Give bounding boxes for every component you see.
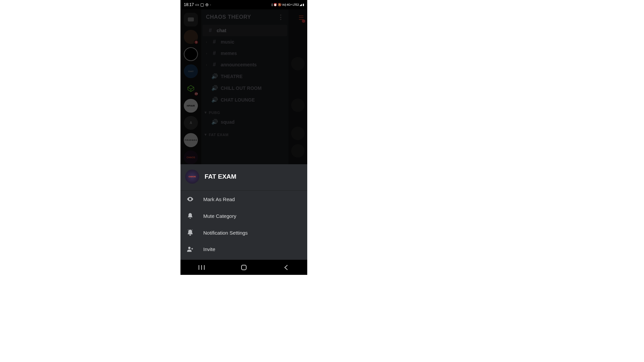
chevron-right-icon: › (206, 63, 208, 67)
voice-theatre[interactable]: 🔊 THEATRE (201, 70, 288, 82)
chevron-right-icon: › (206, 40, 208, 44)
channel-label: music (221, 39, 234, 45)
cube-icon (187, 85, 195, 92)
invite-item[interactable]: Invite (180, 241, 307, 257)
badge-2: 19 (194, 92, 199, 96)
category-pubg[interactable]: ▾ PUBG (201, 106, 288, 116)
sheet-item-label: Invite (203, 246, 215, 252)
back-button[interactable] (279, 264, 293, 270)
members-toggle[interactable]: ☰ (299, 14, 304, 21)
sheet-header: FAT EXAM (180, 164, 307, 191)
signal-icon: ◢ (300, 3, 302, 6)
sheet-server-avatar (185, 170, 199, 184)
bell-alert-icon (186, 229, 194, 236)
member-avatar[interactable] (291, 57, 305, 70)
voice-lounge[interactable]: 🔊 CHAT LOUNGE (201, 94, 288, 106)
dm-button[interactable] (184, 13, 198, 26)
chevron-right-icon: › (206, 52, 208, 55)
server-avatar-2[interactable] (184, 47, 198, 61)
channel-label: THEATRE (221, 74, 243, 79)
channel-pane: CHAOS THEORY ⋮ # chat › # music › # meme… (201, 9, 288, 164)
channel-memes[interactable]: › # memes (201, 48, 288, 59)
channel-label: CHAT LOUNGE (221, 97, 255, 103)
channel-announcements[interactable]: › # announcements (201, 59, 288, 70)
recents-button[interactable] (195, 264, 208, 270)
channel-label: chat (217, 28, 226, 33)
category-label: PUBG (209, 111, 220, 115)
notification-settings-item[interactable]: Notification Settings (180, 224, 307, 241)
mute-icon: 🔕 (278, 3, 281, 6)
dot-icon: · (210, 2, 211, 7)
channel-label: CHILL OUT ROOM (221, 85, 262, 91)
hash-icon: # (211, 39, 217, 45)
status-time: 18:17 (184, 2, 194, 7)
card-icon: ▯ (271, 3, 273, 6)
more-icon[interactable]: ⋮ (278, 13, 284, 21)
battery-icon: ▮ (303, 3, 304, 6)
message-icon: ▭ (195, 2, 199, 7)
svg-rect-0 (188, 17, 194, 21)
category-label: FAT EXAM (209, 133, 229, 137)
member-avatar[interactable] (291, 127, 305, 140)
svg-rect-3 (241, 265, 246, 270)
status-left: 18:17 ▭ ▢ ⊖ · (184, 2, 211, 7)
server-header[interactable]: CHAOS THEORY ⋮ (201, 9, 288, 25)
voice-chillout[interactable]: 🔊 CHILL OUT ROOM (201, 82, 288, 94)
hash-icon: # (211, 50, 217, 56)
notification-dot (302, 19, 305, 23)
server-avatar-friends[interactable]: F·R·I·E·N·D·S (184, 133, 198, 147)
chevron-down-icon: ▾ (205, 132, 207, 137)
server-title: CHAOS THEORY (206, 14, 251, 20)
discord-drawer-dimmed: 1 CHAT 19 HPAIR A F·R·I·E·N·D·S CHAOS CH… (180, 9, 307, 164)
image-icon: ▢ (200, 2, 204, 7)
person-add-icon (186, 246, 194, 252)
sheet-title: FAT EXAM (205, 173, 236, 180)
server-avatar-3[interactable]: CHAT (184, 64, 198, 78)
speaker-icon: 🔊 (211, 119, 217, 125)
server-avatar-hpair[interactable]: HPAIR (184, 99, 198, 113)
alarm-icon: ⏰ (273, 3, 277, 6)
channel-label: memes (221, 51, 237, 56)
server-avatar-4[interactable]: 19 (184, 81, 198, 95)
members-rail: ☰ (288, 9, 307, 164)
eye-icon (186, 195, 194, 203)
badge-1: 1 (194, 40, 199, 45)
bell-icon (186, 212, 194, 220)
sheet-item-label: Mark As Read (203, 196, 235, 202)
server-avatar-chaos[interactable]: CHAOS (184, 150, 198, 164)
member-avatar[interactable] (291, 144, 305, 158)
status-right: ▯ ⏰ 🔕 Vo) 4G+ LTE2 ◢ ▮ (271, 3, 304, 6)
mute-category-item[interactable]: Mute Category (180, 207, 307, 224)
mark-as-read-item[interactable]: Mark As Read (180, 191, 307, 207)
phone-frame: 18:17 ▭ ▢ ⊖ · ▯ ⏰ 🔕 Vo) 4G+ LTE2 ◢ ▮ 1 C… (180, 0, 307, 275)
channel-music[interactable]: › # music (201, 36, 288, 48)
server-avatar-a[interactable]: A (184, 116, 198, 130)
server-avatar-1[interactable]: 1 (184, 30, 198, 44)
channel-chat[interactable]: # chat (203, 25, 287, 36)
chevron-down-icon: ▾ (205, 110, 207, 115)
status-bar: 18:17 ▭ ▢ ⊖ · ▯ ⏰ 🔕 Vo) 4G+ LTE2 ◢ ▮ (180, 0, 307, 9)
hash-icon: # (211, 62, 217, 68)
android-nav-bar (180, 260, 307, 275)
hash-icon: # (207, 27, 213, 34)
speaker-icon: 🔊 (211, 73, 217, 79)
sheet-item-label: Mute Category (203, 213, 236, 219)
voice-squad[interactable]: 🔊 squad (201, 116, 288, 128)
network-label: Vo) 4G+ LTE2 (282, 3, 299, 6)
speaker-icon: 🔊 (211, 97, 217, 103)
sheet-item-label: Notification Settings (203, 230, 248, 236)
channel-label: announcements (221, 62, 257, 67)
member-avatar[interactable] (291, 99, 305, 112)
svg-point-1 (188, 247, 191, 249)
category-fatexam[interactable]: ▾ FAT EXAM (201, 128, 288, 138)
category-context-sheet: FAT EXAM Mark As Read Mute Category Noti… (180, 164, 307, 260)
dnd-icon: ⊖ (205, 2, 209, 7)
channel-label: squad (221, 119, 234, 125)
guild-rail: 1 CHAT 19 HPAIR A F·R·I·E·N·D·S CHAOS (180, 9, 201, 164)
speaker-icon: 🔊 (211, 85, 217, 91)
home-button[interactable] (237, 264, 251, 270)
chat-bubble-icon (187, 17, 194, 22)
